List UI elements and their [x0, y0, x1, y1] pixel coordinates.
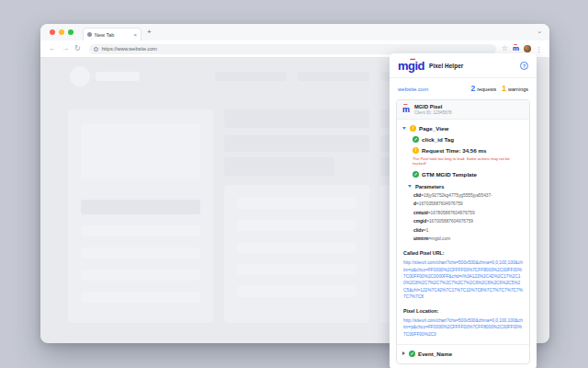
skeleton-list-bar	[224, 157, 334, 176]
event-label: Event_Name	[418, 351, 452, 357]
new-tab-icon[interactable]: +	[147, 29, 152, 36]
window-controls	[50, 29, 74, 35]
close-window-button[interactable]	[50, 29, 55, 35]
tab-title: New Tab	[95, 32, 133, 38]
menu-dots-icon[interactable]: ⋮	[536, 46, 542, 52]
parameter-row: utmtrmmgid.com	[413, 236, 524, 243]
expand-arrow-icon[interactable]	[402, 127, 406, 130]
check-click-id: ✓ click_id Tag	[413, 136, 524, 143]
param-key: utmtrm	[413, 236, 429, 241]
param-value: 167805887604976759	[428, 211, 475, 215]
reload-icon[interactable]: ↻	[74, 45, 81, 52]
skeleton-text-bar	[237, 264, 356, 275]
toolbar-right: ☆ m ⋮	[502, 45, 542, 52]
pixel-card-titles: MGID Pixel Client ID: 12345678	[414, 104, 452, 115]
check-label: click_id Tag	[422, 136, 454, 143]
warning-icon: !	[413, 147, 419, 154]
address-bar[interactable]: https://www.website.com	[89, 44, 496, 54]
site-globe-icon	[94, 47, 98, 52]
help-icon[interactable]: ?	[520, 62, 528, 70]
expand-arrow-icon[interactable]	[408, 185, 412, 188]
divider	[397, 344, 529, 345]
check-icon: ✓	[413, 136, 419, 143]
pixel-helper-popup: mgid Pixel Helper ? website.com 2 reques…	[390, 53, 537, 368]
skeleton-list-bar	[224, 135, 369, 152]
mgid-logo: mgid	[398, 60, 424, 72]
close-tab-icon[interactable]: ×	[133, 32, 137, 38]
requests-label: requests	[477, 86, 496, 92]
mgid-m-icon: m	[402, 106, 410, 114]
tab-favicon-icon	[87, 32, 92, 37]
warnings-count: 1	[502, 84, 506, 93]
profile-avatar[interactable]	[524, 45, 531, 52]
skeleton-list-bar	[224, 109, 369, 128]
client-id: Client ID: 12345678	[414, 110, 452, 115]
check-icon: ✓	[409, 351, 415, 357]
event-event-name[interactable]: ✓ Event_Name	[402, 351, 524, 357]
gtm-label: GTM MGID Template	[422, 171, 477, 178]
check-icon: ✓	[413, 171, 419, 178]
skeleton-image-block	[81, 124, 200, 179]
warning-icon: !	[410, 125, 416, 132]
forward-icon[interactable]: →	[62, 45, 69, 52]
parameters-label: Parameters	[415, 184, 445, 190]
param-key: clidv	[413, 228, 424, 233]
pixel-name: MGID Pixel	[414, 104, 452, 109]
site-link[interactable]: website.com	[398, 86, 428, 92]
event-page-view[interactable]: ! Page_View	[402, 125, 524, 132]
skeleton-text-bar	[81, 270, 200, 281]
parameter-row: d167005887604976759	[413, 201, 524, 208]
skeleton-text-bar	[81, 200, 200, 214]
pixel-card-body: ! Page_View ✓ click_id Tag ! Request Tim…	[397, 120, 529, 363]
called-pixel-url-link[interactable]: http://siteurl.com/chart?chs=500x500&chm…	[403, 259, 523, 301]
requests-count: 2	[470, 84, 475, 93]
mgid-extension-icon[interactable]: m	[513, 45, 519, 52]
chevron-down-icon[interactable]: ⌄	[537, 28, 542, 34]
parameter-row: clidv1	[413, 228, 524, 235]
check-request-time: ! Request Time: 34.56 ms	[413, 147, 524, 154]
skeleton-text-bar	[81, 292, 200, 303]
maximize-window-button[interactable]	[68, 29, 74, 35]
param-value: 18jy92752kg4775yg5555jya55437-	[421, 193, 492, 198]
skeleton-text-bar	[237, 242, 356, 253]
skeleton-brand-bar	[96, 72, 140, 81]
popup-title: Pixel Helper	[429, 63, 463, 69]
event-label: Page_View	[419, 125, 448, 132]
param-key: cmtuid	[413, 211, 428, 215]
parameter-row: cmtuid167805887604976759	[413, 211, 524, 217]
pixel-location-link[interactable]: http://siteurl.com/chart?chs=500x500&chm…	[403, 317, 523, 338]
request-time-label: Request Time: 34.56 ms	[422, 147, 486, 154]
minimize-window-button[interactable]	[59, 29, 64, 35]
check-gtm-template: ✓ GTM MGID Template	[413, 171, 524, 178]
skeleton-text-bar	[81, 225, 200, 236]
parameters-toggle[interactable]: Parameters	[408, 184, 524, 190]
param-value: mgid.com	[429, 236, 451, 241]
param-value: 167005887604976759	[426, 219, 473, 224]
warning-note: The Pixel took too long to load. Some ac…	[413, 156, 524, 167]
skeleton-text-bar	[237, 198, 356, 209]
skeleton-text-bar	[81, 247, 200, 259]
warnings-label: warnings	[508, 86, 528, 92]
skeleton-text-bar	[237, 286, 356, 297]
called-pixel-url-label: Called Pixel URL:	[403, 250, 524, 256]
skeleton-text-bar	[237, 220, 356, 231]
url-text[interactable]: https://www.website.com	[102, 46, 157, 52]
skeleton-nav-bar	[215, 72, 287, 81]
parameter-row: cmgid167005887604976759	[413, 219, 524, 225]
param-value: 167005887604976759	[416, 201, 463, 206]
pixel-card: m MGID Pixel Client ID: 12345678 ! Page_…	[396, 99, 530, 364]
pixel-location-label: Pixel Location:	[403, 308, 524, 314]
summary-row: website.com 2 requests 1 warnings	[390, 78, 537, 99]
bookmark-star-icon[interactable]: ☆	[502, 45, 508, 52]
skeleton-logo-circle	[70, 66, 90, 86]
tab-strip: New Tab × + ⌄	[40, 24, 549, 40]
tab-new-tab[interactable]: New Tab ×	[83, 28, 141, 40]
skeleton-nav-bar	[298, 72, 369, 81]
param-value: 1	[424, 228, 428, 233]
collapsed-arrow-icon[interactable]	[402, 351, 405, 355]
back-icon[interactable]: ←	[49, 45, 56, 52]
browser-window: New Tab × + ⌄ ← → ↻ https://www.website.…	[40, 24, 549, 342]
pixel-card-header: m MGID Pixel Client ID: 12345678	[397, 100, 529, 120]
param-key: cmgid	[413, 219, 426, 224]
popup-header: mgid Pixel Helper ?	[390, 53, 537, 78]
